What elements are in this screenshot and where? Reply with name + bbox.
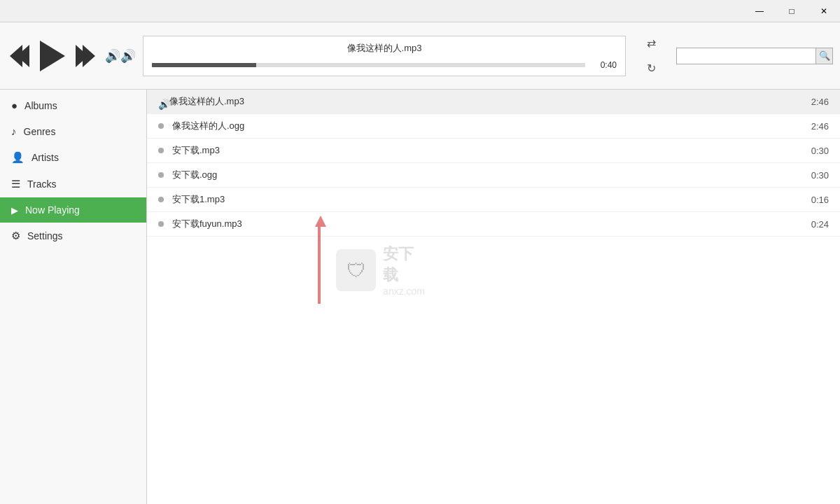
progress-row: 0:40 bbox=[152, 60, 617, 70]
shuffle-button[interactable]: ⇄ bbox=[640, 32, 662, 55]
track-duration: 0:30 bbox=[804, 146, 829, 156]
track-duration: 0:30 bbox=[804, 170, 829, 181]
search-area: 🔍 bbox=[676, 48, 833, 64]
track-dot bbox=[158, 172, 164, 178]
track-name: 安下载.ogg bbox=[172, 169, 804, 181]
transport-controls bbox=[7, 38, 98, 74]
minimize-button[interactable]: — bbox=[743, 0, 776, 22]
search-icon: 🔍 bbox=[819, 50, 830, 61]
track-title: 像我这样的人.mp3 bbox=[347, 42, 422, 55]
sidebar-item-tracks[interactable]: ☰ Tracks bbox=[0, 171, 146, 197]
now-playing-icon: ▶ bbox=[11, 205, 18, 216]
sidebar-label-genres: Genres bbox=[24, 126, 56, 137]
tracklist: 🔊像我这样的人.mp32:46像我这样的人.ogg2:46安下载.mp30:30… bbox=[147, 90, 840, 237]
repeat-button[interactable]: ↻ bbox=[640, 57, 662, 80]
search-button[interactable]: 🔍 bbox=[816, 48, 833, 64]
track-name: 安下载.mp3 bbox=[172, 144, 804, 157]
settings-icon: ⚙ bbox=[11, 230, 20, 242]
forward-button[interactable] bbox=[73, 42, 98, 70]
track-dot bbox=[158, 197, 164, 202]
artists-icon: 👤 bbox=[11, 151, 24, 164]
playing-icon: 🔊 bbox=[158, 99, 164, 104]
track-name: 安下载fuyun.mp3 bbox=[172, 218, 804, 230]
sidebar-item-settings[interactable]: ⚙ Settings bbox=[0, 223, 146, 249]
time-display: 0:40 bbox=[592, 60, 617, 70]
track-row[interactable]: 安下载.mp30:30 bbox=[147, 139, 840, 163]
track-duration: 0:24 bbox=[804, 219, 829, 230]
track-name: 像我这样的人.ogg bbox=[172, 120, 804, 132]
rewind-button[interactable] bbox=[7, 42, 32, 70]
albums-icon: ● bbox=[11, 99, 18, 111]
sidebar-label-now-playing: Now Playing bbox=[25, 204, 80, 216]
track-info-area: 像我这样的人.mp3 0:40 bbox=[143, 36, 626, 76]
play-button[interactable] bbox=[35, 38, 70, 74]
repeat-icon: ↻ bbox=[647, 62, 656, 75]
progress-fill bbox=[152, 63, 256, 67]
titlebar: — □ ✕ bbox=[0, 0, 840, 22]
track-name: 安下载1.mp3 bbox=[172, 193, 804, 206]
sidebar-label-albums: Albums bbox=[24, 100, 57, 111]
sidebar-label-settings: Settings bbox=[27, 230, 63, 241]
track-name: 像我这样的人.mp3 bbox=[169, 95, 804, 108]
sidebar-item-genres[interactable]: ♪ Genres bbox=[0, 118, 146, 144]
tracks-icon: ☰ bbox=[11, 178, 20, 190]
track-duration: 0:16 bbox=[804, 195, 829, 205]
watermark-icon: 🛡 bbox=[336, 249, 376, 291]
track-dot bbox=[158, 148, 164, 153]
playback-controls: ⇄ ↻ bbox=[640, 32, 662, 80]
sidebar-item-artists[interactable]: 👤 Artists bbox=[0, 144, 146, 171]
track-row[interactable]: 🔊像我这样的人.mp32:46 bbox=[147, 90, 840, 114]
main-layout: ● Albums ♪ Genres 👤 Artists ☰ Tracks ▶ N… bbox=[0, 90, 840, 504]
maximize-button[interactable]: □ bbox=[776, 0, 808, 22]
track-duration: 2:46 bbox=[804, 97, 829, 107]
track-row[interactable]: 安下载1.mp30:16 bbox=[147, 188, 840, 212]
sidebar-label-artists: Artists bbox=[31, 152, 59, 163]
close-button[interactable]: ✕ bbox=[808, 0, 840, 22]
watermark-text: 安下载 anxz.com bbox=[383, 244, 427, 297]
volume-icon[interactable]: 🔊 bbox=[105, 48, 136, 64]
sidebar-item-albums[interactable]: ● Albums bbox=[0, 92, 146, 118]
track-dot bbox=[158, 123, 164, 129]
search-input[interactable] bbox=[676, 48, 816, 64]
genres-icon: ♪ bbox=[11, 125, 17, 137]
arrow-shaft bbox=[318, 227, 321, 304]
track-row[interactable]: 像我这样的人.ogg2:46 bbox=[147, 114, 840, 139]
progress-bar[interactable] bbox=[152, 63, 585, 67]
track-row[interactable]: 安下载.ogg0:30 bbox=[147, 163, 840, 188]
sidebar-item-now-playing[interactable]: ▶ Now Playing bbox=[0, 197, 146, 223]
sidebar-label-tracks: Tracks bbox=[27, 178, 56, 190]
watermark-logo: 🛡 安下载 anxz.com bbox=[336, 244, 427, 297]
track-dot bbox=[158, 221, 164, 227]
content-area: 🔊像我这样的人.mp32:46像我这样的人.ogg2:46安下载.mp30:30… bbox=[147, 90, 840, 504]
shuffle-icon: ⇄ bbox=[647, 36, 656, 50]
track-row[interactable]: 安下载fuyun.mp30:24 bbox=[147, 212, 840, 237]
track-duration: 2:46 bbox=[804, 121, 829, 132]
player-bar: 🔊 像我这样的人.mp3 0:40 ⇄ ↻ 🔍 bbox=[0, 22, 840, 90]
sidebar: ● Albums ♪ Genres 👤 Artists ☰ Tracks ▶ N… bbox=[0, 90, 147, 504]
